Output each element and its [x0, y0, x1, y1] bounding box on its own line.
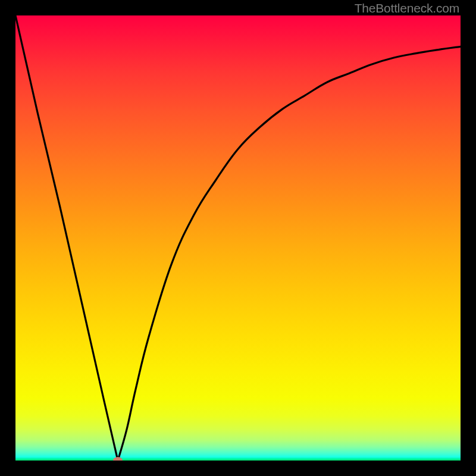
bottleneck-curve — [0, 0, 476, 476]
curve-path — [15, 15, 461, 461]
minimum-marker — [113, 457, 123, 464]
chart-frame: TheBottleneck.com — [0, 0, 476, 476]
attribution-text: TheBottleneck.com — [355, 1, 459, 15]
